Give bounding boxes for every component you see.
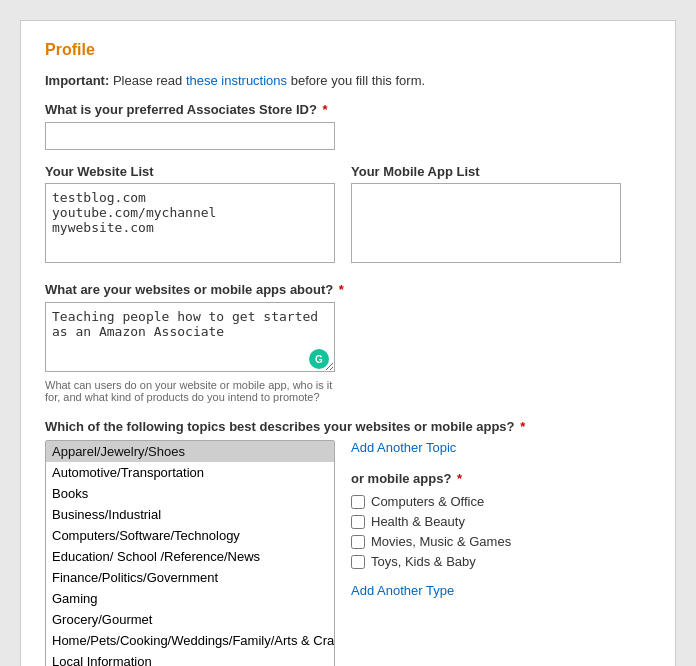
store-id-input[interactable] <box>45 122 335 150</box>
grammarly-icon: G <box>309 349 329 369</box>
checkbox-label: Health & Beauty <box>371 514 465 529</box>
checkbox-item: Computers & Office <box>351 494 651 509</box>
about-section: What are your websites or mobile apps ab… <box>45 282 651 403</box>
website-list-box: Your Website List testblog.com youtube.c… <box>45 164 335 266</box>
checkbox-label: Toys, Kids & Baby <box>371 554 476 569</box>
important-suffix: before you fill this form. <box>291 73 425 88</box>
topics-layout: Apparel/Jewelry/ShoesAutomotive/Transpor… <box>45 440 651 666</box>
checkbox-input[interactable] <box>351 515 365 529</box>
website-list-textarea[interactable]: testblog.com youtube.com/mychannel myweb… <box>45 183 335 263</box>
checkbox-input[interactable] <box>351 495 365 509</box>
important-label: Important: <box>45 73 109 88</box>
or-mobile-required: * <box>457 471 462 486</box>
checkbox-input[interactable] <box>351 555 365 569</box>
add-topic-link[interactable]: Add Another Topic <box>351 440 651 455</box>
about-label: What are your websites or mobile apps ab… <box>45 282 651 297</box>
mobile-list-label: Your Mobile App List <box>351 164 621 179</box>
topics-section: Which of the following topics best descr… <box>45 419 651 666</box>
website-list-label: Your Website List <box>45 164 335 179</box>
about-required-marker: * <box>339 282 344 297</box>
checkbox-input[interactable] <box>351 535 365 549</box>
important-notice: Important: Please read these instruction… <box>45 73 651 88</box>
about-textarea[interactable]: Teaching people how to get started as an… <box>45 302 335 372</box>
topics-dropdown-wrap: Apparel/Jewelry/ShoesAutomotive/Transpor… <box>45 440 335 666</box>
checkbox-item: Movies, Music & Games <box>351 534 651 549</box>
about-helper-text: What can users do on your website or mob… <box>45 379 335 403</box>
instructions-link[interactable]: these instructions <box>186 73 287 88</box>
required-marker: * <box>323 102 328 117</box>
or-mobile-label: or mobile apps? * <box>351 471 651 486</box>
topics-required-marker: * <box>520 419 525 434</box>
checkbox-label: Computers & Office <box>371 494 484 509</box>
about-textarea-wrap: Teaching people how to get started as an… <box>45 302 335 375</box>
checkbox-item: Health & Beauty <box>351 514 651 529</box>
add-type-link[interactable]: Add Another Type <box>351 583 651 598</box>
topics-label: Which of the following topics best descr… <box>45 419 651 434</box>
store-id-section: What is your preferred Associates Store … <box>45 102 651 150</box>
checkbox-item: Toys, Kids & Baby <box>351 554 651 569</box>
right-panel: Add Another Topic or mobile apps? * Comp… <box>351 440 651 598</box>
topics-select[interactable]: Apparel/Jewelry/ShoesAutomotive/Transpor… <box>45 440 335 666</box>
section-title: Profile <box>45 41 651 59</box>
mobile-list-box: Your Mobile App List <box>351 164 621 266</box>
mobile-list-textarea[interactable] <box>351 183 621 263</box>
important-intro: Please read <box>113 73 186 88</box>
store-id-label: What is your preferred Associates Store … <box>45 102 651 117</box>
profile-form: Profile Important: Please read these ins… <box>20 20 676 666</box>
website-section: Your Website List testblog.com youtube.c… <box>45 164 651 266</box>
checkbox-group: Computers & OfficeHealth & BeautyMovies,… <box>351 494 651 569</box>
checkbox-label: Movies, Music & Games <box>371 534 511 549</box>
